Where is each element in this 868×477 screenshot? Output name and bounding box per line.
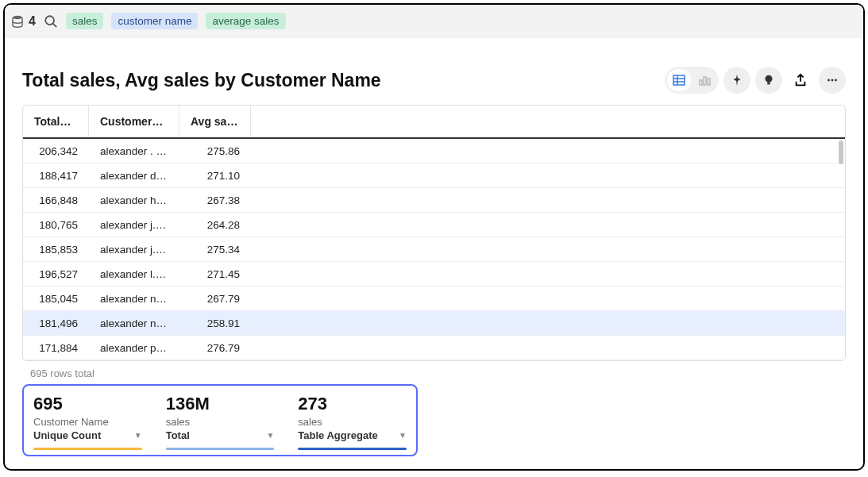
insights-button[interactable] <box>755 67 782 94</box>
data-source-chip[interactable]: 4 <box>11 14 36 29</box>
summary-value: 695 <box>33 394 142 414</box>
database-icon <box>11 15 24 28</box>
summary-value: 136M <box>166 394 275 414</box>
chevron-down-icon: ▼ <box>399 431 407 440</box>
summary-aggregate-select[interactable]: Unique Count▼ <box>33 429 142 441</box>
svg-rect-9 <box>708 79 710 85</box>
cell-total: 180,765 <box>23 219 89 231</box>
summary-panel: 695 Customer Name Unique Count▼ 136M sal… <box>22 384 418 456</box>
svg-point-13 <box>831 79 834 82</box>
svg-point-12 <box>827 79 830 82</box>
search-icon[interactable] <box>44 14 58 29</box>
table-row[interactable]: 196,527alexander l. mc…271.45 <box>23 262 845 287</box>
cell-avg: 267.38 <box>179 194 251 206</box>
table-row[interactable]: 185,853alexander j. harris275.34 <box>23 237 845 262</box>
chevron-down-icon: ▼ <box>266 431 274 440</box>
share-icon <box>793 73 808 87</box>
table-icon <box>673 74 685 87</box>
table-row[interactable]: 188,417alexander d. w…271.10 <box>23 163 845 188</box>
summary-aggregate-select[interactable]: Table Aggregate▼ <box>298 429 407 441</box>
lightbulb-icon <box>762 73 776 87</box>
data-source-count: 4 <box>29 14 36 29</box>
cell-avg: 271.45 <box>179 268 251 280</box>
summary-bar <box>166 448 275 450</box>
table-row[interactable]: 171,884alexander p. ba…276.79 <box>23 336 845 360</box>
cell-total: 206,342 <box>23 145 89 157</box>
share-button[interactable] <box>787 67 814 94</box>
summary-label: sales <box>298 416 407 428</box>
cell-customer: alexander . roy <box>89 145 179 157</box>
svg-line-2 <box>53 23 57 27</box>
cell-avg: 275.34 <box>179 244 251 256</box>
cell-customer: alexander d. w… <box>89 170 179 182</box>
cell-avg: 264.28 <box>179 219 251 231</box>
cell-total: 188,417 <box>23 170 89 182</box>
table-row[interactable]: 181,496alexander n. far…258.91 <box>23 311 845 336</box>
column-header-total[interactable]: Total… <box>23 106 89 137</box>
search-tag-sales[interactable]: sales <box>66 13 104 29</box>
more-button[interactable] <box>819 67 846 94</box>
cell-customer: alexander j. harris <box>89 244 179 256</box>
chart-view-button[interactable] <box>692 69 716 91</box>
table-row[interactable]: 206,342alexander . roy275.86 <box>23 139 845 163</box>
cell-customer: alexander l. mc… <box>89 268 179 280</box>
scrollbar-thumb[interactable] <box>839 140 843 164</box>
table-view-button[interactable] <box>667 69 691 91</box>
summary-bar <box>33 448 142 450</box>
summary-item-sales-aggregate: 273 sales Table Aggregate▼ <box>298 394 407 450</box>
cell-total: 171,884 <box>23 342 89 354</box>
cell-avg: 267.79 <box>179 293 251 305</box>
svg-point-10 <box>766 75 773 83</box>
svg-rect-8 <box>704 77 706 85</box>
summary-item-sales-total: 136M sales Total▼ <box>166 394 275 450</box>
summary-bar <box>298 448 407 450</box>
cell-customer: alexander n. far… <box>89 317 179 329</box>
table-row[interactable]: 185,045alexander n. br…267.79 <box>23 287 845 311</box>
cell-total: 181,496 <box>23 317 89 329</box>
search-tag-average-sales[interactable]: average sales <box>206 13 285 29</box>
view-toggle <box>665 67 719 94</box>
svg-point-14 <box>835 79 837 82</box>
summary-item-customer-count: 695 Customer Name Unique Count▼ <box>33 394 142 450</box>
cell-avg: 275.86 <box>179 145 251 157</box>
table-row[interactable]: 166,848alexander h. jo…267.38 <box>23 188 845 213</box>
cell-customer: alexander n. br… <box>89 293 179 305</box>
more-icon <box>825 73 839 87</box>
summary-label: Customer Name <box>33 416 142 428</box>
column-header-avg[interactable]: Avg sales <box>179 106 251 137</box>
table-body[interactable]: 206,342alexander . roy275.86188,417alexa… <box>23 139 845 360</box>
summary-aggregate-select[interactable]: Total▼ <box>166 429 275 441</box>
table-row[interactable]: 180,765alexander j. ga…264.28 <box>23 213 845 237</box>
svg-rect-3 <box>673 75 685 85</box>
chart-icon <box>698 74 711 87</box>
cell-customer: alexander j. ga… <box>89 219 179 231</box>
cell-customer: alexander h. jo… <box>89 194 179 206</box>
chevron-down-icon: ▼ <box>134 431 142 440</box>
cell-customer: alexander p. ba… <box>89 342 179 354</box>
svg-point-1 <box>45 16 54 25</box>
svg-rect-7 <box>700 80 702 85</box>
summary-label: sales <box>166 416 275 428</box>
page-title: Total sales, Avg sales by Customer Name <box>22 70 381 91</box>
data-table: Total… Customer… Avg sales 206,342alexan… <box>22 105 846 361</box>
cell-total: 196,527 <box>23 268 89 280</box>
pin-button[interactable] <box>723 67 750 94</box>
actions-bar <box>665 67 846 94</box>
rows-total-label: 695 rows total <box>30 367 846 379</box>
column-header-customer[interactable]: Customer… <box>89 106 179 137</box>
cell-avg: 258.91 <box>179 317 251 329</box>
svg-rect-11 <box>767 83 770 85</box>
table-header: Total… Customer… Avg sales <box>23 106 845 139</box>
cell-total: 185,853 <box>23 244 89 256</box>
cell-total: 166,848 <box>23 194 89 206</box>
svg-point-0 <box>13 15 22 18</box>
cell-avg: 271.10 <box>179 170 251 182</box>
search-tag-customer-name[interactable]: customer name <box>111 13 198 29</box>
cell-total: 185,045 <box>23 293 89 305</box>
cell-avg: 276.79 <box>179 342 251 354</box>
summary-value: 273 <box>298 394 407 414</box>
pin-icon <box>730 73 744 87</box>
